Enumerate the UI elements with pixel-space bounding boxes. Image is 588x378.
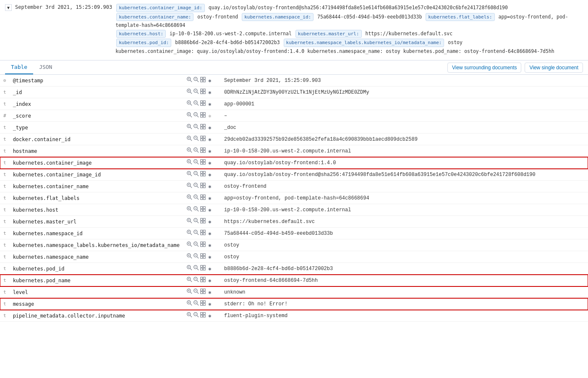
svg-rect-63 bbox=[204, 136, 206, 138]
table-row: tkubernetes.namespace_labels.kubernetes_… bbox=[0, 239, 588, 251]
filter-out-icon[interactable] bbox=[193, 312, 200, 319]
filter-for-icon[interactable] bbox=[186, 300, 193, 307]
filter-for-icon[interactable] bbox=[186, 136, 193, 142]
toggle-column-icon[interactable] bbox=[200, 159, 206, 166]
document-header: ▼ September 3rd 2021, 15:25:09.903 kuber… bbox=[0, 0, 588, 60]
toggle-column-icon[interactable] bbox=[200, 277, 206, 284]
filter-out-icon[interactable] bbox=[193, 159, 200, 166]
filter-exists-icon[interactable]: ✱ bbox=[206, 89, 213, 96]
filter-out-icon[interactable] bbox=[193, 124, 200, 131]
filter-exists-icon[interactable]: ✱ bbox=[206, 113, 213, 119]
filter-for-icon[interactable] bbox=[186, 194, 193, 201]
toggle-column-icon[interactable] bbox=[200, 183, 206, 189]
toggle-column-icon[interactable] bbox=[200, 300, 206, 307]
toggle-column-icon[interactable] bbox=[200, 194, 206, 201]
filter-out-icon[interactable] bbox=[193, 89, 200, 95]
filter-out-icon[interactable] bbox=[193, 253, 200, 260]
filter-for-icon[interactable] bbox=[186, 100, 193, 107]
filter-exists-icon[interactable]: ✱ bbox=[206, 277, 213, 284]
field-actions: ✱ bbox=[183, 192, 221, 204]
expand-button[interactable]: ▼ bbox=[5, 4, 12, 11]
filter-out-icon[interactable] bbox=[193, 112, 200, 119]
filter-exists-icon[interactable]: ✱ bbox=[206, 148, 213, 155]
filter-for-icon[interactable] bbox=[186, 289, 193, 295]
filter-out-icon[interactable] bbox=[193, 300, 200, 307]
toggle-column-icon[interactable] bbox=[200, 253, 206, 260]
filter-for-icon[interactable] bbox=[186, 147, 193, 154]
toggle-column-icon[interactable] bbox=[200, 312, 206, 319]
filter-out-icon[interactable] bbox=[193, 136, 200, 142]
filter-for-icon[interactable] bbox=[186, 312, 193, 319]
toggle-column-icon[interactable] bbox=[200, 147, 206, 154]
filter-for-icon[interactable] bbox=[186, 124, 193, 131]
toggle-column-icon[interactable] bbox=[200, 206, 206, 213]
filter-out-icon[interactable] bbox=[193, 230, 200, 236]
toggle-column-icon[interactable] bbox=[200, 77, 206, 84]
toggle-column-icon[interactable] bbox=[200, 124, 206, 131]
svg-rect-174 bbox=[201, 256, 203, 258]
filter-for-icon[interactable] bbox=[186, 253, 193, 260]
filter-out-icon[interactable] bbox=[193, 218, 200, 225]
toggle-column-icon[interactable] bbox=[200, 136, 206, 142]
filter-exists-icon[interactable]: ✱ bbox=[206, 312, 213, 319]
filter-for-icon[interactable] bbox=[186, 277, 193, 284]
view-single-doc-button[interactable]: View single document bbox=[525, 63, 583, 73]
filter-exists-icon[interactable]: ✱ bbox=[206, 160, 213, 166]
field-value: 29dceb02ad33392575b92de856385e2fefa18a4c… bbox=[221, 134, 588, 145]
filter-exists-icon[interactable]: ✱ bbox=[206, 77, 213, 84]
field-name: kubernetes.namespace_name bbox=[10, 251, 183, 263]
filter-for-icon[interactable] bbox=[186, 230, 193, 236]
filter-out-icon[interactable] bbox=[193, 194, 200, 201]
filter-exists-icon[interactable]: ✱ bbox=[206, 124, 213, 131]
filter-out-icon[interactable] bbox=[193, 171, 200, 178]
filter-for-icon[interactable] bbox=[186, 183, 193, 189]
filter-out-icon[interactable] bbox=[193, 183, 200, 189]
filter-out-icon[interactable] bbox=[193, 265, 200, 272]
filter-for-icon[interactable] bbox=[186, 89, 193, 95]
filter-exists-icon[interactable]: ✱ bbox=[206, 301, 213, 307]
filter-out-icon[interactable] bbox=[193, 206, 200, 213]
filter-exists-icon[interactable]: ✱ bbox=[206, 218, 213, 225]
tab-json[interactable]: JSON bbox=[33, 60, 58, 74]
filter-exists-icon[interactable]: ✱ bbox=[206, 289, 213, 296]
filter-for-icon[interactable] bbox=[186, 218, 193, 225]
filter-exists-icon[interactable]: ✱ bbox=[206, 265, 213, 272]
filter-out-icon[interactable] bbox=[193, 147, 200, 154]
filter-exists-icon[interactable]: ✱ bbox=[206, 171, 213, 178]
filter-exists-icon[interactable]: ✱ bbox=[206, 136, 213, 143]
toggle-column-icon[interactable] bbox=[200, 289, 206, 295]
filter-for-icon[interactable] bbox=[186, 242, 193, 248]
filter-for-icon[interactable] bbox=[186, 206, 193, 213]
field-type: t bbox=[0, 275, 10, 286]
filter-exists-icon[interactable]: ✱ bbox=[206, 242, 213, 249]
toggle-column-icon[interactable] bbox=[200, 230, 206, 236]
filter-exists-icon[interactable]: ✱ bbox=[206, 101, 213, 108]
filter-exists-icon[interactable]: ✱ bbox=[206, 207, 213, 213]
toggle-column-icon[interactable] bbox=[200, 171, 206, 178]
toggle-column-icon[interactable] bbox=[200, 100, 206, 107]
filter-for-icon[interactable] bbox=[186, 112, 193, 119]
filter-out-icon[interactable] bbox=[193, 289, 200, 295]
filter-for-icon[interactable] bbox=[186, 265, 193, 272]
filter-exists-icon[interactable]: ✱ bbox=[206, 254, 213, 260]
filter-out-icon[interactable] bbox=[193, 77, 200, 84]
filter-for-icon[interactable] bbox=[186, 159, 193, 166]
svg-rect-230 bbox=[204, 315, 206, 317]
filter-out-icon[interactable] bbox=[193, 100, 200, 107]
toggle-column-icon[interactable] bbox=[200, 265, 206, 272]
toggle-column-icon[interactable] bbox=[200, 218, 206, 225]
view-surrounding-docs-button[interactable]: View surrounding documents bbox=[447, 63, 522, 73]
filter-exists-icon[interactable]: ✱ bbox=[206, 230, 213, 237]
toggle-column-icon[interactable] bbox=[200, 242, 206, 248]
tab-table[interactable]: Table bbox=[5, 60, 33, 74]
filter-for-icon[interactable] bbox=[186, 171, 193, 178]
toggle-column-icon[interactable] bbox=[200, 112, 206, 119]
filter-exists-icon[interactable]: ✱ bbox=[206, 183, 213, 190]
filter-out-icon[interactable] bbox=[193, 277, 200, 284]
filter-for-icon[interactable] bbox=[186, 77, 193, 84]
filter-exists-icon[interactable]: ✱ bbox=[206, 195, 213, 202]
filter-out-icon[interactable] bbox=[193, 242, 200, 248]
toggle-column-icon[interactable] bbox=[200, 89, 206, 95]
field-value: ostoy-frontend bbox=[221, 181, 588, 192]
field-actions: ✱ bbox=[183, 98, 221, 110]
